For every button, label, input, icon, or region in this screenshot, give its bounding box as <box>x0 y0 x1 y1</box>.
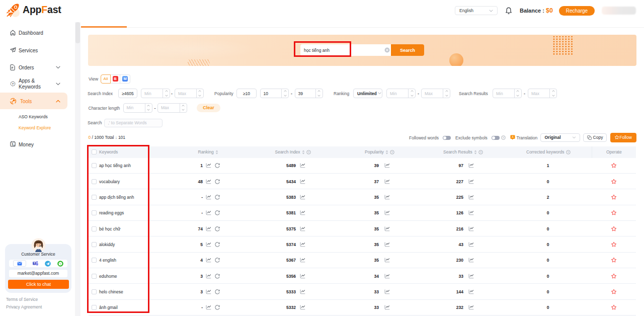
svg-text:?: ? <box>12 83 14 86</box>
svg-text:?: ? <box>502 136 504 139</box>
svg-text:?: ? <box>567 150 569 153</box>
svg-text:1: 1 <box>12 142 14 146</box>
svg-text:?: ? <box>480 150 482 153</box>
svg-text:A: A <box>512 135 514 138</box>
svg-text:T: T <box>34 262 35 265</box>
svg-text:?: ? <box>391 150 393 153</box>
svg-text:?: ? <box>307 150 309 153</box>
